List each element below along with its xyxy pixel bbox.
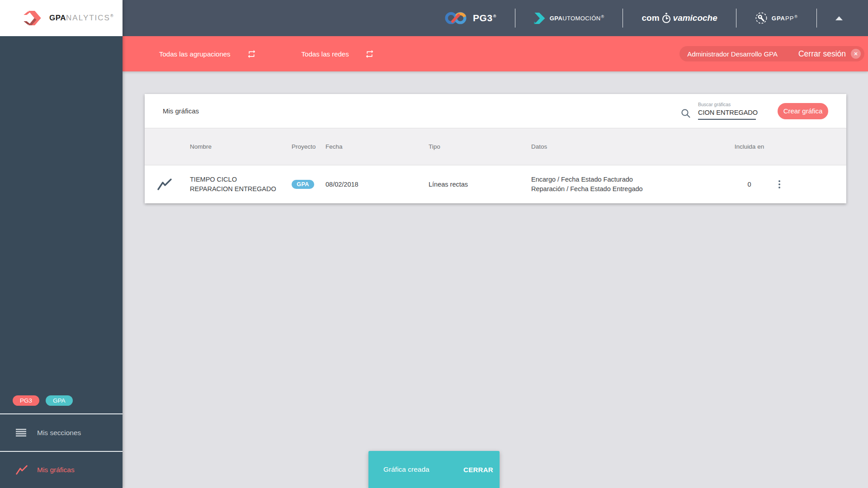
swap-networks-icon[interactable] [365, 49, 374, 59]
comovamicoche-wordmark: com vamicoche [642, 13, 717, 23]
page-title: Mis gráficas [163, 107, 199, 115]
search-field-label: Buscar gráficas [698, 102, 731, 107]
gpanalytics-logo: GPANALYTICS® [0, 0, 123, 36]
line-chart-icon [157, 178, 172, 190]
col-header-proyecto: Proyecto [292, 143, 326, 150]
pg3-wordmark: PG3® [473, 13, 496, 23]
groupings-selector[interactable]: Todas las agrupaciones [159, 50, 231, 58]
session-pill: Administrador Desarrollo GPA Cerrar sesi… [679, 46, 864, 61]
col-header-fecha: Fecha [326, 143, 429, 150]
search-icon [681, 108, 691, 118]
card-header: Mis gráficas Buscar gráficas CION ENTREG… [145, 94, 846, 128]
row-actions-cell [775, 178, 846, 191]
topbar-divider [515, 9, 515, 28]
swap-groupings-icon[interactable] [247, 49, 256, 59]
create-chart-button[interactable]: Crear gráfica [778, 103, 828, 119]
top-brand-bar: PG3® GPAUTOMOCIÓN® com vamicoche GPAPP® [123, 0, 868, 36]
row-date-cell: 08/02/2018 [326, 181, 429, 188]
brand-pg3: PG3® [444, 10, 496, 26]
chart-line-icon [16, 465, 28, 475]
col-header-tipo: Tipo [429, 143, 531, 150]
gpanalytics-arrow-icon [23, 9, 43, 27]
logout-close-icon[interactable]: ✕ [851, 49, 861, 59]
search-field: Buscar gráficas CION ENTREGADO [698, 109, 756, 120]
brand-gpapp: GPAPP® [755, 12, 798, 24]
gpautomocion-wordmark: GPAUTOMOCIÓN® [550, 14, 604, 22]
row-data-line2: Reparación / Fecha Estado Entregado [531, 184, 723, 194]
toast-close-button[interactable]: CERRAR [463, 466, 493, 474]
sidebar-item-label: Mis secciones [37, 429, 81, 437]
sidebar-bottom: PG3 GPA Mis secciones Mis gráficas [0, 395, 123, 488]
brand-comovamicoche: com vamicoche [642, 13, 717, 23]
current-user-label: Administrador Desarrollo GPA [687, 50, 778, 58]
pg3-infinity-icon [444, 10, 467, 26]
row-data-line1: Encargo / Fecha Estado Facturado [531, 175, 723, 184]
card-header-actions: Buscar gráficas CION ENTREGADO Crear grá… [681, 103, 846, 120]
row-menu-kebab-icon[interactable] [776, 178, 783, 191]
topbar-divider [623, 9, 623, 28]
project-badge: GPA [292, 180, 314, 189]
collapse-topbar-button[interactable] [835, 16, 843, 20]
row-data-cell: Encargo / Fecha Estado Facturado Reparac… [531, 175, 723, 194]
my-charts-card: Mis gráficas Buscar gráficas CION ENTREG… [145, 94, 846, 203]
stopwatch-icon [661, 13, 672, 23]
sidebar: GPANALYTICS® PG3 GPA Mis secciones Mis g… [0, 0, 123, 488]
table-header-row: Nombre Proyecto Fecha Tipo Datos Incluid… [145, 128, 846, 165]
toast-message: Gráfica creada [383, 465, 429, 474]
row-type-label-cell: Líneas rectas [429, 181, 531, 188]
chip-gpa[interactable]: GPA [46, 395, 73, 406]
col-header-nombre: Nombre [190, 142, 292, 151]
project-chips: PG3 GPA [0, 395, 123, 413]
gpapp-wrench-icon [755, 12, 768, 24]
row-name-cell: TIEMPO CICLO REPARACION ENTREGADO [190, 175, 292, 194]
row-included-cell: 0 [723, 181, 775, 188]
gpanalytics-wordmark: GPANALYTICS® [49, 14, 113, 23]
toast-notification: Gráfica creada CERRAR [368, 451, 500, 488]
filter-bar: Todas las agrupaciones Todas las redes A… [123, 36, 868, 71]
row-project-cell: GPA [292, 180, 326, 189]
brand-gpautomocion: GPAUTOMOCIÓN® [534, 13, 604, 24]
col-header-datos: Datos [531, 142, 723, 151]
sidebar-item-mis-secciones[interactable]: Mis secciones [0, 414, 123, 451]
topbar-divider [816, 9, 817, 28]
chip-pg3[interactable]: PG3 [13, 395, 39, 406]
col-header-incluida-en: Incluida en [723, 143, 775, 150]
search-input[interactable]: CION ENTREGADO [698, 109, 756, 120]
gpautomocion-arrow-icon [534, 13, 546, 24]
sidebar-item-mis-graficas[interactable]: Mis gráficas [0, 452, 123, 488]
row-type-cell [145, 178, 190, 190]
sidebar-item-label: Mis gráficas [37, 466, 75, 474]
networks-selector[interactable]: Todas las redes [302, 50, 349, 58]
topbar-divider [736, 9, 736, 28]
menu-icon [16, 429, 28, 436]
logout-button[interactable]: Cerrar sesión [798, 49, 846, 59]
gpapp-wordmark: GPAPP® [772, 14, 798, 22]
table-row[interactable]: TIEMPO CICLO REPARACION ENTREGADO GPA 08… [145, 165, 846, 203]
